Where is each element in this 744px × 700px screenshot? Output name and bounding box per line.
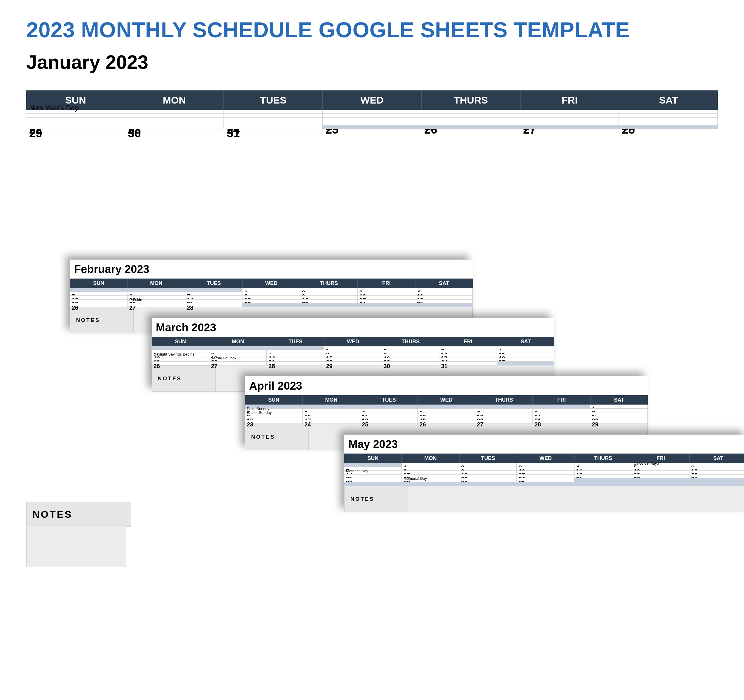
calendar-cell[interactable]: [344, 482, 402, 486]
calendar-cell[interactable]: 12: [632, 467, 689, 471]
calendar-cell[interactable]: 23: [382, 358, 439, 362]
calendar-cell[interactable]: 14Mother's Day: [344, 470, 402, 474]
calendar-cell[interactable]: [185, 288, 243, 292]
calendar-cell[interactable]: 22: [242, 299, 300, 303]
calendar-cell[interactable]: 23: [245, 420, 302, 424]
calendar-cell[interactable]: 21: [619, 117, 718, 121]
calendar-cell[interactable]: [516, 482, 574, 486]
calendar-cell[interactable]: [322, 125, 422, 129]
calendar-cell[interactable]: 11: [322, 113, 422, 117]
calendar-cell[interactable]: 6: [475, 408, 533, 412]
calendar-cell[interactable]: 9: [459, 467, 517, 471]
calendar-cell[interactable]: [689, 478, 744, 482]
calendar-cell[interactable]: 26: [632, 474, 689, 479]
calendar-cell[interactable]: 21: [533, 416, 590, 420]
calendar-cell[interactable]: 11: [415, 292, 473, 296]
calendar-cell[interactable]: [632, 478, 689, 482]
calendar-cell[interactable]: 1New Year's Day: [26, 110, 125, 114]
calendar-cell[interactable]: 9: [300, 292, 358, 296]
calendar-cell[interactable]: 20: [520, 117, 619, 121]
calendar-cell[interactable]: 11: [574, 467, 632, 471]
calendar-cell[interactable]: 5Cinco de Mayo: [632, 463, 689, 467]
calendar-cell[interactable]: 21: [266, 358, 324, 362]
calendar-cell[interactable]: 19: [421, 117, 520, 121]
calendar-cell[interactable]: 18: [574, 470, 632, 474]
calendar-cell[interactable]: 22: [324, 358, 382, 362]
calendar-cell[interactable]: 17: [439, 354, 497, 358]
calendar-cell[interactable]: 29: [324, 361, 382, 366]
calendar-cell[interactable]: 20: [689, 470, 744, 474]
calendar-cell[interactable]: 4: [497, 346, 554, 350]
calendar-cell[interactable]: 17: [302, 416, 360, 420]
calendar-cell[interactable]: [520, 125, 619, 129]
calendar-cell[interactable]: [360, 404, 418, 409]
calendar-cell[interactable]: 30: [382, 361, 439, 366]
calendar-cell[interactable]: 6: [127, 292, 185, 296]
calendar-cell[interactable]: 17: [516, 470, 574, 474]
calendar-cell[interactable]: 12: [70, 296, 128, 300]
calendar-cell[interactable]: 18: [360, 416, 418, 420]
calendar-cell[interactable]: 14: [266, 354, 324, 358]
calendar-cell[interactable]: 18: [497, 354, 554, 358]
calendar-cell[interactable]: 4: [415, 288, 473, 292]
calendar-cell[interactable]: 15: [402, 470, 459, 474]
calendar-cell[interactable]: 21: [185, 299, 243, 303]
calendar-cell[interactable]: 21: [344, 474, 402, 479]
calendar-cell[interactable]: 2: [125, 110, 224, 114]
calendar-cell[interactable]: 27: [475, 420, 533, 424]
calendar-cell[interactable]: 6: [209, 350, 267, 354]
calendar-cell[interactable]: 17: [357, 296, 415, 300]
calendar-cell[interactable]: [344, 463, 402, 467]
calendar-cell[interactable]: 9: [125, 113, 224, 117]
calendar-cell[interactable]: 1: [324, 346, 382, 350]
calendar-cell[interactable]: 1: [590, 404, 648, 409]
calendar-cell[interactable]: 20Preside: [127, 299, 185, 303]
calendar-cell[interactable]: [475, 404, 533, 409]
calendar-cell[interactable]: 13: [475, 412, 533, 416]
calendar-cell[interactable]: 3: [223, 110, 323, 114]
calendar-cell[interactable]: 6: [689, 463, 744, 467]
calendar-cell[interactable]: 15: [324, 354, 382, 358]
calendar-cell[interactable]: 7: [266, 350, 324, 354]
calendar-cell[interactable]: 26: [421, 121, 520, 125]
calendar-cell[interactable]: 28: [533, 420, 590, 424]
calendar-cell[interactable]: [497, 361, 554, 366]
calendar-cell[interactable]: 27: [689, 474, 744, 479]
calendar-cell[interactable]: 19: [632, 470, 689, 474]
calendar-cell[interactable]: 16: [459, 470, 517, 474]
calendar-cell[interactable]: 2: [459, 463, 517, 467]
calendar-cell[interactable]: [689, 482, 744, 486]
calendar-cell[interactable]: 3: [357, 288, 415, 292]
calendar-cell[interactable]: 2: [382, 346, 439, 350]
calendar-cell[interactable]: 9Easter Sunday: [245, 412, 302, 416]
calendar-cell[interactable]: 25: [322, 121, 422, 125]
calendar-cell[interactable]: 11: [360, 412, 418, 416]
calendar-cell[interactable]: [127, 288, 185, 292]
calendar-cell[interactable]: 8: [402, 467, 459, 471]
calendar-cell[interactable]: 13: [689, 467, 744, 471]
calendar-cell[interactable]: [415, 303, 473, 307]
calendar-cell[interactable]: 3: [302, 408, 360, 412]
calendar-cell[interactable]: 18: [415, 296, 473, 300]
calendar-cell[interactable]: 5: [70, 292, 128, 296]
calendar-cell[interactable]: 12: [417, 412, 475, 416]
calendar-cell[interactable]: 1: [242, 288, 300, 292]
calendar-cell[interactable]: 26: [70, 303, 128, 307]
calendar-cell[interactable]: 7: [533, 408, 590, 412]
calendar-cell[interactable]: 10: [516, 467, 574, 471]
calendar-cell[interactable]: 28: [619, 121, 718, 125]
calendar-cell[interactable]: 28: [185, 303, 243, 307]
calendar-cell[interactable]: [533, 404, 590, 409]
calendar-cell[interactable]: 20: [475, 416, 533, 420]
calendar-cell[interactable]: 14: [619, 113, 718, 117]
calendar-cell[interactable]: 24: [302, 420, 360, 424]
calendar-cell[interactable]: 17: [223, 117, 323, 121]
calendar-cell[interactable]: 27: [209, 361, 267, 366]
calendar-cell[interactable]: [417, 404, 475, 409]
calendar-cell[interactable]: 11: [497, 350, 554, 354]
calendar-cell[interactable]: 23: [300, 299, 358, 303]
calendar-cell[interactable]: 18: [322, 117, 422, 121]
calendar-cell[interactable]: 26: [417, 420, 475, 424]
calendar-cell[interactable]: 2: [300, 288, 358, 292]
calendar-cell[interactable]: 27: [127, 303, 185, 307]
